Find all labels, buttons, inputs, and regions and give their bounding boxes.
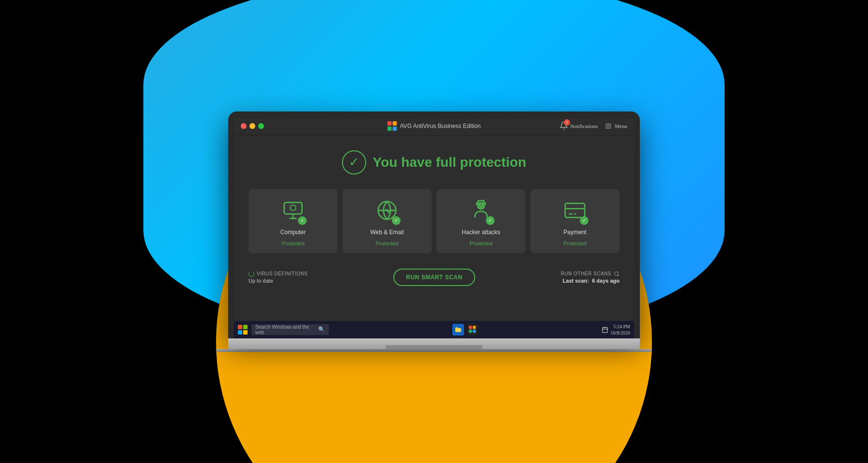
taskbar-avg-icon[interactable] xyxy=(467,324,479,335)
other-scans-label-row: RUN OTHER SCANS xyxy=(561,271,620,277)
laptop-bottom-bar xyxy=(216,349,652,352)
notifications-button[interactable]: 1 Notifications xyxy=(559,121,598,131)
hacker-icon-wrap: ✓ xyxy=(468,199,494,224)
svg-rect-2 xyxy=(388,127,392,131)
windows-logo[interactable] xyxy=(238,325,248,335)
win-logo-q3 xyxy=(238,330,242,335)
payment-icon-wrap: ✓ xyxy=(562,199,588,224)
title-right: 1 Notifications Menu xyxy=(559,121,627,131)
svg-rect-0 xyxy=(388,121,392,126)
checkmark-icon: ✓ xyxy=(349,156,359,169)
svg-point-21 xyxy=(615,271,619,275)
app-title: AVG AntiVirus Business Edition xyxy=(400,123,481,129)
menu-icon xyxy=(604,122,612,130)
payment-card-status: Protected xyxy=(563,240,586,246)
hacker-badge: ✓ xyxy=(486,216,495,225)
svg-rect-13 xyxy=(477,203,485,205)
menu-label: Menu xyxy=(615,123,627,129)
avg-logo-icon xyxy=(388,121,397,131)
folder-icon xyxy=(454,326,462,334)
protection-title: You have full protection xyxy=(373,155,527,170)
calendar-icon xyxy=(602,326,608,333)
laptop-base xyxy=(228,338,640,349)
notifications-label: Notifications xyxy=(570,123,598,129)
run-smart-scan-button[interactable]: RUN SMART SCAN xyxy=(393,269,475,286)
computer-badge: ✓ xyxy=(298,216,307,225)
taskbar-left: Search Windows and the web 🔍 xyxy=(238,324,329,335)
virus-def-label: VIRUS DEFINITIONS xyxy=(257,271,308,276)
other-scans-label: RUN OTHER SCANS xyxy=(561,271,611,276)
web-email-card[interactable]: ✓ Web & Email Protected xyxy=(342,189,432,253)
svg-rect-3 xyxy=(393,127,397,131)
avg-taskbar-icon xyxy=(469,326,477,334)
taskbar-time-value: 5:24 PM xyxy=(610,323,630,330)
taskbar-right: 5:24 PM 10/8/2020 xyxy=(602,323,630,336)
maximize-button[interactable] xyxy=(258,123,264,129)
menu-button[interactable]: Menu xyxy=(604,122,627,130)
win-logo-q1 xyxy=(238,325,242,329)
notification-badge: 1 xyxy=(564,119,570,126)
hacker-card[interactable]: ✓ Hacker attacks Protected xyxy=(436,189,526,253)
payment-card[interactable]: ✓ Payment Protected xyxy=(530,189,620,253)
last-scan-value: 6 days ago xyxy=(592,278,620,284)
protection-status: ✓ You have full protection xyxy=(248,150,620,175)
payment-badge: ✓ xyxy=(580,216,589,225)
search-icon xyxy=(614,271,620,277)
computer-card-name: Computer xyxy=(280,229,306,236)
web-email-badge: ✓ xyxy=(392,216,401,225)
virus-definitions: VIRUS DEFINITIONS Up to date xyxy=(248,271,308,284)
title-center: AVG AntiVirus Business Edition xyxy=(388,121,481,131)
svg-rect-1 xyxy=(393,121,397,126)
svg-rect-23 xyxy=(469,326,472,329)
cards-grid: ✓ Computer Protected xyxy=(248,189,620,253)
taskbar-search-icon: 🔍 xyxy=(318,326,325,333)
close-button[interactable] xyxy=(241,123,247,129)
taskbar-search-box[interactable]: Search Windows and the web 🔍 xyxy=(251,324,329,335)
protection-circle: ✓ xyxy=(342,150,366,175)
taskbar: Search Windows and the web 🔍 xyxy=(234,321,634,338)
last-scan-label: Last scan: xyxy=(563,278,589,284)
computer-card[interactable]: ✓ Computer Protected xyxy=(248,189,338,253)
payment-card-name: Payment xyxy=(563,229,586,236)
laptop-screen-bezel: AVG AntiVirus Business Edition 1 xyxy=(234,117,634,338)
taskbar-search-text: Search Windows and the web xyxy=(255,324,316,335)
svg-rect-14 xyxy=(478,206,481,208)
taskbar-time: 5:24 PM 10/8/2020 xyxy=(610,323,630,336)
virus-def-value: Up to date xyxy=(248,278,308,284)
web-email-card-name: Web & Email xyxy=(370,229,403,236)
title-bar: AVG AntiVirus Business Edition 1 xyxy=(234,117,634,136)
hacker-card-name: Hacker attacks xyxy=(462,229,500,236)
minimize-button[interactable] xyxy=(249,123,255,129)
svg-rect-26 xyxy=(473,330,476,333)
win-logo-q2 xyxy=(243,325,248,329)
avg-window: AVG AntiVirus Business Edition 1 xyxy=(234,117,634,321)
traffic-lights xyxy=(241,123,264,129)
win-logo-q4 xyxy=(243,330,248,335)
svg-rect-27 xyxy=(603,327,608,333)
svg-rect-25 xyxy=(469,330,472,333)
laptop-screen-outer: AVG AntiVirus Business Edition 1 xyxy=(228,112,640,338)
computer-icon-wrap: ✓ xyxy=(280,199,306,224)
taskbar-folder-icon[interactable] xyxy=(452,324,464,335)
notification-icon-wrap: 1 xyxy=(559,121,568,131)
computer-card-status: Protected xyxy=(281,240,304,246)
other-scans-value: Last scan: 6 days ago xyxy=(561,278,620,284)
virus-def-label-row: VIRUS DEFINITIONS xyxy=(248,271,308,277)
svg-rect-24 xyxy=(473,326,476,329)
svg-rect-17 xyxy=(565,203,585,217)
svg-rect-7 xyxy=(284,202,302,214)
taskbar-date-value: 10/8/2020 xyxy=(610,330,630,336)
taskbar-middle xyxy=(452,324,479,335)
laptop-wrapper: AVG AntiVirus Business Edition 1 xyxy=(216,112,652,352)
avg-main: ✓ You have full protection xyxy=(234,136,634,296)
svg-line-22 xyxy=(618,275,619,276)
bottom-bar: VIRUS DEFINITIONS Up to date RUN SMART S… xyxy=(248,265,620,286)
other-scans: RUN OTHER SCANS Last scan: 6 days ago xyxy=(561,271,620,284)
hacker-card-status: Protected xyxy=(469,240,492,246)
web-email-icon-wrap: ✓ xyxy=(374,199,400,224)
refresh-icon xyxy=(248,271,254,277)
svg-rect-15 xyxy=(481,206,484,208)
web-email-card-status: Protected xyxy=(375,240,398,246)
